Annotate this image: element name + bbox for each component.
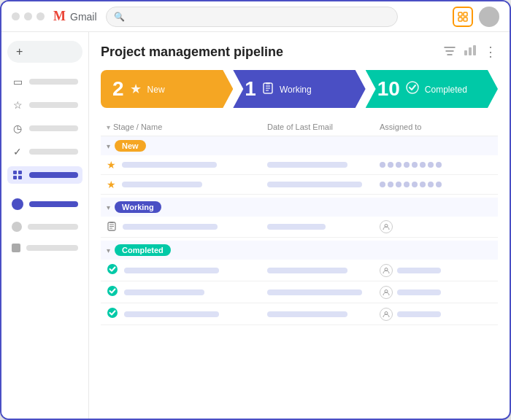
page-header: Project management pipeline	[101, 44, 498, 60]
working-icon	[262, 81, 274, 98]
sidebar-item-recent[interactable]: ◷	[7, 120, 82, 137]
assigned-person	[380, 220, 492, 233]
stage-group-completed: ▾ Completed	[101, 241, 498, 325]
assigned-dots	[380, 162, 492, 168]
stage-chevron-working: ▾	[107, 203, 110, 211]
sidebar-square	[12, 244, 20, 252]
traffic-lights	[12, 12, 45, 20]
col-date: Date of Last Email	[267, 122, 380, 131]
table-row[interactable]	[101, 281, 498, 303]
date-bar	[267, 311, 347, 317]
pipeline-cards: 2 ★ New 1	[101, 70, 498, 108]
svg-point-19	[407, 82, 418, 93]
new-label: New	[147, 85, 165, 95]
sidebar-item-circle2[interactable]	[7, 219, 82, 235]
title-bar: M Gmail 🔍	[1, 1, 510, 32]
check-row-icon	[107, 285, 118, 299]
gmail-text: Gmail	[70, 11, 97, 23]
more-icon[interactable]: ⋮	[484, 44, 498, 60]
traffic-light-minimize[interactable]	[24, 12, 32, 20]
completed-count: 10	[377, 77, 400, 101]
table-row[interactable]	[101, 260, 498, 281]
person-icon	[380, 286, 393, 299]
assigned-person	[380, 308, 492, 321]
sidebar-item-pipeline[interactable]	[7, 166, 82, 184]
sidebar-active-bar	[29, 172, 78, 178]
stage-group-working: ▾ Working	[101, 198, 498, 238]
name-bar	[123, 224, 218, 230]
sidebar-item-circle1[interactable]	[7, 195, 82, 213]
compose-plus-icon: +	[16, 45, 23, 58]
sidebar-nav: ▭ ☆ ◷ ✓	[7, 73, 82, 255]
star-row-icon: ★	[107, 159, 116, 171]
table-header: ▾ Stage / Name Date of Last Email Assign…	[101, 118, 498, 136]
stage-row-new[interactable]: ▾ New	[101, 136, 498, 155]
new-icon: ★	[130, 81, 142, 97]
grid-view-button[interactable]	[453, 7, 473, 27]
assigned-person	[380, 264, 492, 277]
new-count: 2	[112, 77, 124, 101]
sidebar-bar	[28, 224, 78, 230]
traffic-light-close[interactable]	[12, 12, 20, 20]
clock-icon: ◷	[12, 122, 23, 134]
svg-rect-0	[458, 12, 462, 16]
person-icon	[380, 220, 393, 233]
pipeline-card-completed[interactable]: 10 Completed	[366, 70, 498, 108]
table-row[interactable]	[101, 303, 498, 325]
inbox-icon: ▭	[12, 76, 23, 88]
svg-rect-4	[13, 171, 17, 174]
assigned-bar	[397, 311, 441, 317]
sidebar-item-inbox[interactable]: ▭	[7, 73, 82, 90]
traffic-light-maximize[interactable]	[36, 12, 45, 20]
table-row[interactable]	[101, 217, 498, 238]
stage-badge-working: Working	[115, 201, 161, 213]
pipeline-card-working[interactable]: 1 Working	[233, 70, 365, 108]
name-bar	[124, 311, 219, 317]
search-bar[interactable]: 🔍	[106, 7, 398, 27]
compose-button[interactable]: +	[7, 41, 82, 63]
search-icon: 🔍	[114, 12, 125, 22]
stage-row-completed[interactable]: ▾ Completed	[101, 241, 498, 260]
stage-row-working[interactable]: ▾ Working	[101, 198, 498, 217]
svg-rect-1	[464, 12, 467, 16]
pipeline-card-new[interactable]: 2 ★ New	[101, 70, 233, 108]
sidebar-item-starred[interactable]: ☆	[7, 96, 82, 114]
sidebar-item-sent[interactable]: ✓	[7, 143, 82, 160]
stage-badge-completed: Completed	[115, 244, 171, 256]
check-nav-icon: ✓	[12, 146, 23, 158]
header-actions: ⋮	[443, 44, 498, 60]
app-window: M Gmail 🔍 +	[0, 0, 511, 420]
completed-label: Completed	[425, 85, 467, 95]
stage-badge-new: New	[115, 140, 146, 152]
user-avatar[interactable]	[479, 7, 499, 27]
date-bar	[267, 224, 326, 230]
date-bar	[267, 182, 362, 187]
table-row[interactable]: ★	[101, 155, 498, 175]
sidebar-bar	[29, 125, 78, 131]
table-row[interactable]: ★	[101, 175, 498, 195]
svg-rect-13	[473, 45, 476, 55]
col-assigned: Assigned to	[380, 122, 492, 131]
svg-rect-11	[464, 50, 467, 55]
name-bar	[124, 289, 204, 295]
grid-nav-icon	[12, 169, 23, 181]
filter-icon[interactable]	[443, 44, 456, 60]
svg-rect-2	[458, 18, 462, 21]
sidebar-bar	[29, 201, 78, 207]
stage-group-new: ▾ New ★	[101, 136, 498, 195]
title-bar-actions	[453, 7, 499, 27]
star-icon: ☆	[12, 99, 23, 111]
sidebar-item-square[interactable]	[7, 241, 82, 255]
sidebar: + ▭ ☆ ◷ ✓	[1, 32, 89, 419]
name-bar	[124, 268, 219, 273]
check-row-icon	[107, 263, 118, 277]
assigned-person	[380, 286, 492, 299]
sidebar-bar	[29, 149, 78, 155]
sidebar-bar	[29, 79, 78, 85]
main-area: + ▭ ☆ ◷ ✓	[1, 32, 510, 419]
sidebar-dot2	[12, 222, 22, 232]
date-bar	[267, 268, 347, 273]
svg-rect-6	[13, 176, 17, 179]
chart-icon[interactable]	[464, 44, 477, 59]
working-label: Working	[280, 85, 312, 95]
